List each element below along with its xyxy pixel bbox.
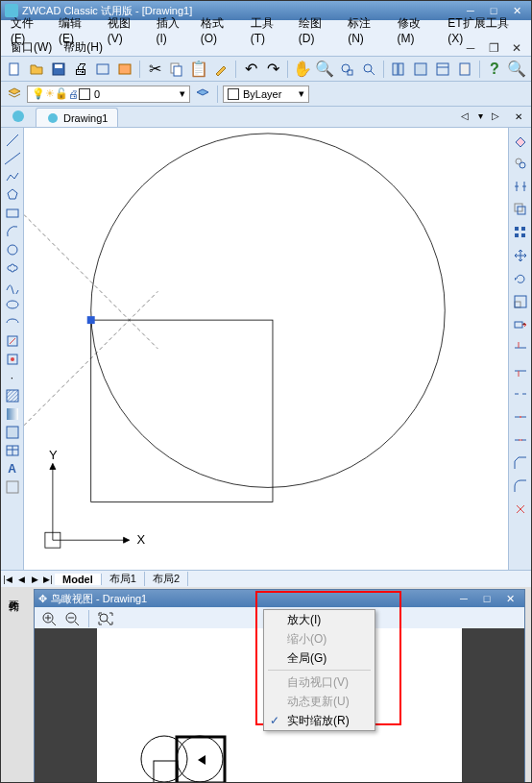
pline-icon[interactable] [4, 168, 21, 185]
tab-list-icon[interactable]: ▾ [473, 109, 487, 122]
array-icon[interactable] [512, 224, 529, 241]
layer-mgr-icon[interactable] [5, 85, 24, 104]
menu-format[interactable]: 格式(O) [195, 15, 245, 45]
table-icon[interactable] [4, 442, 21, 459]
trim-icon[interactable] [512, 339, 529, 356]
scale-icon[interactable] [512, 293, 529, 310]
hatch-icon[interactable] [4, 387, 21, 404]
rotate-icon[interactable] [512, 270, 529, 287]
menu-insert[interactable]: 插入(I) [151, 15, 195, 45]
revcloud-icon[interactable] [4, 259, 21, 277]
tab-close-icon[interactable]: ✕ [512, 110, 525, 123]
zoom-win-icon[interactable] [337, 60, 356, 79]
color-combo[interactable]: ByLayer ▾ [223, 86, 309, 103]
ellipse-arc-icon[interactable] [4, 314, 21, 331]
zoom-prev-icon[interactable] [359, 60, 378, 79]
tab-next-icon[interactable]: ▷ [489, 109, 502, 122]
tab-prev-icon[interactable]: ◁ [458, 109, 472, 122]
spline-icon[interactable] [4, 278, 21, 295]
match-icon[interactable] [211, 60, 230, 79]
dc-icon[interactable] [411, 60, 430, 79]
offset-icon[interactable] [512, 201, 529, 218]
fillet-icon[interactable] [512, 477, 529, 495]
block-icon[interactable] [4, 351, 21, 368]
gradient-icon[interactable] [4, 405, 21, 423]
ctx-global[interactable]: 全局(G) [264, 648, 375, 668]
circle-icon[interactable] [4, 241, 21, 258]
layout-prev-icon[interactable]: ◀ [14, 573, 28, 586]
xline-icon[interactable] [4, 150, 21, 167]
menu-modify[interactable]: 修改(M) [392, 15, 443, 45]
mirror-icon[interactable] [512, 178, 529, 195]
paste-icon[interactable]: 📋 [189, 60, 208, 79]
erase-icon[interactable] [512, 132, 529, 149]
props-icon[interactable] [389, 60, 408, 79]
help-icon[interactable]: ? [485, 60, 504, 79]
drawing-canvas[interactable]: X Y [24, 128, 508, 570]
cut-icon[interactable]: ✂ [145, 60, 164, 79]
arc-icon[interactable] [4, 223, 21, 240]
menu-tools[interactable]: 工具(T) [245, 15, 293, 45]
menu-window[interactable]: 窗口(W) [5, 39, 58, 56]
undo-icon[interactable]: ↶ [241, 60, 260, 79]
doc-tab-drawing1[interactable]: Drawing1 [36, 108, 118, 127]
region-icon[interactable] [4, 424, 21, 441]
redo-icon[interactable]: ↷ [263, 60, 282, 79]
print-icon[interactable]: 🖨 [71, 60, 90, 79]
wipeout-icon[interactable] [4, 478, 21, 496]
explode-icon[interactable] [512, 501, 529, 518]
aerial-min-icon[interactable]: ─ [453, 592, 474, 605]
tab-model[interactable]: Model [55, 574, 102, 585]
preview-icon[interactable] [93, 60, 112, 79]
layer-prev-icon[interactable] [193, 85, 212, 104]
tab-layout1[interactable]: 布局1 [102, 572, 145, 586]
join-icon[interactable] [512, 431, 529, 449]
open-icon[interactable] [27, 60, 46, 79]
polygon-icon[interactable] [4, 186, 21, 204]
ctx-zoomin[interactable]: 放大(I) [264, 610, 375, 629]
layout-next-icon[interactable]: ▶ [28, 573, 41, 586]
menu-help[interactable]: 帮助(H) [58, 39, 109, 56]
search-icon[interactable]: 🔍 [507, 60, 526, 79]
new-icon[interactable] [5, 60, 24, 79]
zoom-rt-icon[interactable]: 🔍 [315, 60, 334, 79]
break-icon[interactable] [512, 385, 529, 403]
publish-icon[interactable] [115, 60, 134, 79]
insert-icon[interactable] [4, 332, 21, 350]
tp-icon[interactable] [433, 60, 452, 79]
layout-last-icon[interactable]: ▶| [41, 573, 55, 586]
layout-first-icon[interactable]: |◀ [1, 573, 14, 586]
stretch-icon[interactable] [512, 316, 529, 333]
mtext-icon[interactable]: A [4, 460, 21, 477]
menu-dim[interactable]: 标注(N) [342, 15, 391, 45]
calc-icon[interactable] [455, 60, 474, 79]
doc-restore-button[interactable]: ❐ [483, 41, 504, 55]
tab-layout2[interactable]: 布局2 [145, 572, 188, 586]
break2-icon[interactable] [512, 408, 529, 426]
copy2-icon[interactable] [512, 155, 529, 172]
line-icon[interactable] [4, 132, 21, 149]
ellipse-icon[interactable] [4, 296, 21, 313]
ctx-rtzoom[interactable]: 实时缩放(R) [264, 711, 375, 730]
menu-view[interactable]: 视图(V) [102, 15, 151, 45]
layer-combo[interactable]: 💡☀🔓🖨 0 ▾ [27, 86, 190, 103]
pan-icon[interactable]: ✋ [293, 60, 312, 79]
rect-icon[interactable] [4, 205, 21, 222]
aerial-close-icon[interactable]: ✕ [499, 592, 520, 605]
copy-icon[interactable] [167, 60, 186, 79]
move-icon[interactable] [512, 247, 529, 264]
ctx-dynupd[interactable]: 动态更新(U) [264, 692, 375, 711]
ctx-zoomout[interactable]: 缩小(O) [264, 629, 375, 648]
aerial-max-icon[interactable]: □ [476, 592, 497, 605]
ctx-autovp[interactable]: 自动视口(V) [264, 673, 375, 692]
chamfer-icon[interactable] [512, 454, 529, 472]
aerial-zoomin-icon[interactable] [40, 610, 58, 627]
aerial-extents-icon[interactable] [97, 610, 114, 627]
point-icon[interactable]: · [4, 369, 21, 386]
save-icon[interactable] [49, 60, 68, 79]
aerial-zoomout-icon[interactable] [63, 610, 81, 627]
doc-minimize-button[interactable]: ─ [460, 41, 481, 55]
menu-draw[interactable]: 绘图(D) [293, 15, 342, 45]
extend-icon[interactable] [512, 362, 529, 379]
doc-close-button[interactable]: ✕ [506, 41, 527, 55]
